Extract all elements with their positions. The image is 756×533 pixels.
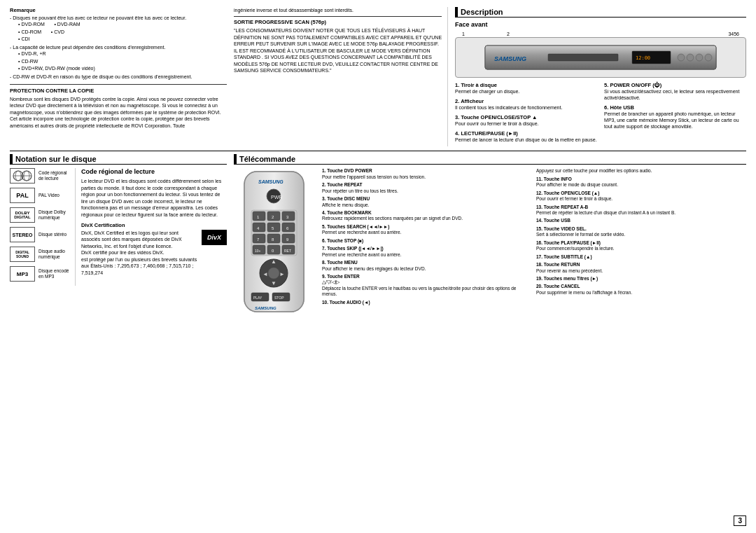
tel-item-2-text: Pour répéter un titre ou tous les titres…: [322, 188, 398, 193]
face-item-4-text: Permet de lancer la lecture d'un disque …: [455, 137, 597, 143]
right-column: ingénierie inverse et tout désassemblage…: [234, 7, 746, 146]
face-avant-grid: 1. Tiroir à disque Permet de charger un …: [455, 82, 746, 146]
dolby-icon-label: Disque Dolby numérique: [38, 209, 69, 221]
remarque-list1: DVD-ROM • DVD-RAM CD-ROM • CVD CDI: [15, 21, 227, 42]
page-container: Remarque - Disques ne pouvant être lus a…: [10, 7, 746, 319]
face-avant-right: 5. POWER ON/OFF (⏻) Si vous activez/désa…: [604, 82, 746, 146]
remote-svg: SAMSUNG PWR 1 2 3 4: [234, 168, 314, 315]
tel-item-audio-cont: Appuyez sur cette touche pour modifier l…: [536, 168, 746, 174]
tel-item-9: 9. Touche ENTER △/▽/◁/▷Déplacez la touch…: [322, 274, 532, 298]
remarque-item: DVD-ROM • DVD-RAM: [18, 21, 227, 27]
svg-text:►: ►: [279, 271, 285, 277]
face-item-4-title: 4. LECTURE/PAUSE (►II): [455, 130, 597, 137]
face-item-2-title: 2. Afficheur: [455, 98, 597, 104]
remarque-section: Remarque - Disques ne pouvant être lus a…: [10, 7, 227, 80]
tel-item-15-text: Sert à sélectionner le format de sortie …: [536, 232, 625, 237]
code-regional-title: Code régional de lecture: [81, 168, 227, 175]
tel-col-1: 1. Touche DVD POWER Pour mettre l'appare…: [322, 168, 532, 317]
face-item-6: 6. Hôte USB Permet de brancher un appare…: [604, 104, 746, 130]
divx-text1: DivX, DivX Certified et les logos qui le…: [81, 230, 182, 249]
face-item-1: 1. Tiroir à disque Permet de charger un …: [455, 82, 597, 95]
tel-col-2: Appuyez sur cette touche pour modifier l…: [536, 168, 746, 317]
remarque-line2: - La capacité de lecture peut dépendre d…: [10, 44, 227, 50]
top-area: Remarque - Disques ne pouvant être lus a…: [10, 7, 746, 146]
svg-text:▼: ▼: [271, 280, 276, 286]
num-label-6: 6: [736, 32, 739, 36]
tel-item-7: 7. Touches SKIP (|◄◄/►►|) Permet une rec…: [322, 246, 532, 258]
divx-text: DivX, DivX Certified et les logos qui le…: [81, 230, 198, 276]
tel-item-4: 4. Touche BOOKMARK Retrouvez rapidement …: [322, 210, 532, 222]
left-column: Remarque - Disques ne pouvant être lus a…: [10, 7, 227, 146]
tel-item-5-title: 5. Touches SEARCH (◄◄/►►): [322, 224, 389, 229]
face-avant-left: 1. Tiroir à disque Permet de charger un …: [455, 82, 597, 146]
pal-icon-label: PAL Video: [38, 193, 59, 198]
divx-section: DivX Certification DivX, DivX Certified …: [81, 222, 227, 276]
tel-item-13: 13. Touche REPEAT A-B Permet de répéter …: [536, 205, 746, 216]
tel-item-8-title: 8. Touche MENU: [322, 260, 358, 265]
divx-text3: est protégé par l'un ou plusieurs des br…: [81, 257, 197, 275]
notation-icon-region: Code régional de lecture: [10, 168, 69, 184]
tel-item-audio-text: Appuyez sur cette touche pour modifier l…: [536, 168, 652, 173]
svg-text:SAMSUNG: SAMSUNG: [494, 55, 526, 62]
description-title: Description: [461, 8, 503, 16]
dvd-device-svg: SAMSUNG 12:00: [482, 40, 720, 75]
face-item-1-text: Permet de charger un disque.: [455, 88, 597, 95]
tel-item-12-title: 12. Touche OPEN/CLOSE (▲): [536, 191, 599, 195]
page-number: 3: [734, 515, 746, 526]
notation-header: Notation sur le disque: [10, 154, 227, 165]
tel-item-17-title: 17. Touche SUBTITLE (▲): [536, 254, 592, 259]
face-item-4: 4. LECTURE/PAUSE (►II) Permet de lancer …: [455, 130, 597, 143]
sortie-col: ingénierie inverse et tout désassemblage…: [234, 7, 448, 146]
face-item-1-title: 1. Tiroir à disque: [455, 82, 597, 88]
svg-text:STOP: STOP: [274, 296, 284, 300]
notation-icon-stereo: STEREO Disque stéréo: [10, 227, 69, 242]
remarque-line3: - CD-RW et DVD-R en raison du type de di…: [10, 74, 227, 80]
face-item-5: 5. POWER ON/OFF (⏻) Si vous activez/désa…: [604, 82, 746, 101]
tel-item-6: 6. Touche STOP (■): [322, 238, 532, 244]
svg-text:▲: ▲: [271, 258, 276, 265]
notation-content: Code régional de lecture PAL PAL Video D…: [10, 168, 227, 286]
tel-item-16-title: 16. Touche PLAY/PAUSE (►II): [536, 240, 601, 245]
face-avant-title: Face avant: [455, 21, 746, 28]
protection-section: PROTECTION CONTRE LA COPIE Nombreux sont…: [10, 84, 227, 129]
divx-title: DivX Certification: [81, 222, 227, 228]
notation-section: Notation sur le disque: [10, 154, 227, 317]
remarque-item: CD-ROM • CVD: [18, 29, 227, 35]
tel-item-9-title: 9. Touche ENTER: [322, 274, 360, 279]
notation-icons: Code régional de lecture PAL PAL Video D…: [10, 168, 69, 286]
notation-icon-digital: DIGITAL SOUND Disque audio numérique: [10, 247, 69, 262]
face-item-6-text: Permet de brancher un appareil photo num…: [604, 111, 746, 130]
tel-item-20-text: Pour supprimer le menu ou l'affichage à …: [536, 290, 632, 295]
tel-item-3-text: Affiche le menu disque.: [322, 202, 369, 207]
remote-image: SAMSUNG PWR 1 2 3 4: [234, 168, 318, 317]
face-item-3-text: Pour ouvrir ou fermer le tiroir à disque…: [455, 120, 597, 127]
svg-point-47: [268, 268, 279, 279]
region-icon-label: Code régional de lecture: [38, 170, 69, 181]
stereo-icon-label: Disque stéréo: [38, 232, 66, 237]
tel-item-13-text: Permet de répéter la lecture d'un disque…: [536, 210, 676, 215]
sortie-ingenierie: ingénierie inverse et tout désassemblage…: [234, 7, 442, 13]
digital-icon-label: Disque audio numérique: [38, 249, 69, 260]
bottom-area: Notation sur le disque: [10, 151, 746, 317]
notation-icon-mp3: MP3 Disque encodé en MP3: [10, 266, 69, 282]
tel-item-20: 20. Touche CANCEL Pour supprimer le menu…: [536, 284, 746, 296]
divx-text2: DivX certifié pour lire des vidéos DivX.: [81, 250, 164, 255]
tel-item-19-title: 19. Touches menu Titres (►): [536, 276, 598, 281]
tel-item-14: 14. Touche USB: [536, 218, 746, 223]
tel-item-2: 2. Touche REPEAT Pour répéter un titre o…: [322, 182, 532, 194]
tel-item-18-text: Pour revenir au menu précédent.: [536, 268, 603, 273]
digital-text2: SOUND: [16, 254, 29, 258]
tel-header: Télécommande: [234, 154, 746, 165]
face-item-6-title: 6. Hôte USB: [604, 104, 746, 111]
code-regional-section: Code régional de lecture Le lecteur DVD …: [75, 168, 227, 286]
digital-icon-box: DIGITAL SOUND: [10, 247, 35, 262]
svg-text:RET: RET: [284, 249, 291, 253]
svg-text:PWR: PWR: [271, 195, 282, 200]
tel-item-7-text: Permet une recherche avant ou arrière.: [322, 252, 401, 257]
tel-item-20-title: 20. Touche CANCEL: [536, 284, 580, 289]
region-icon-box: [10, 168, 35, 184]
svg-text:12:00: 12:00: [636, 55, 650, 61]
desc-col: Description Face avant 1 2 3 4 5 6: [455, 7, 746, 146]
telecommande-section: Télécommande: [234, 154, 746, 317]
remarque-item: DVD+RW, DVD-RW (mode vidéo): [18, 65, 227, 71]
